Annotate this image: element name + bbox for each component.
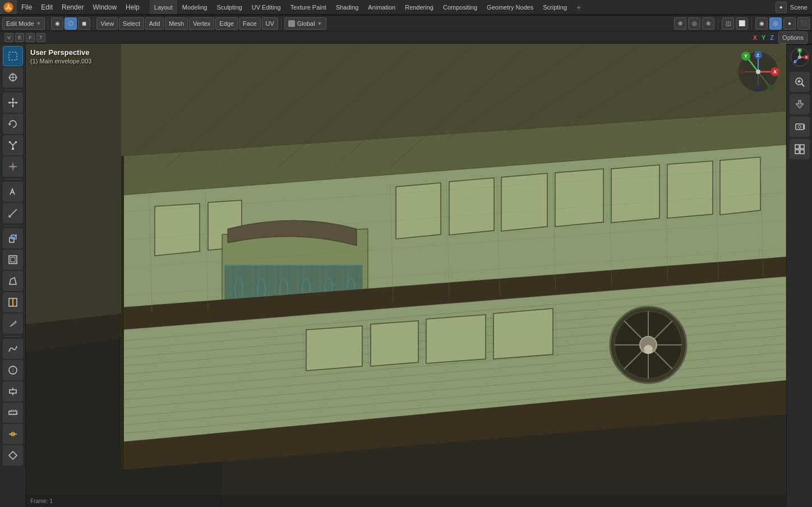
tool-sep-3 — [4, 225, 21, 226]
ws-texture-paint[interactable]: Texture Paint — [286, 0, 331, 14]
view-btn[interactable]: View — [96, 17, 118, 30]
options-btn[interactable]: Options — [778, 31, 808, 44]
ws-scripting[interactable]: Scripting — [538, 0, 571, 14]
proportional-btn[interactable]: ◎ — [688, 17, 700, 30]
svg-point-174 — [738, 68, 745, 75]
inset-tool[interactable] — [3, 250, 23, 270]
tris-count-icon: T — [36, 33, 45, 42]
transform-pivot-btn[interactable]: ⊗ — [702, 17, 714, 30]
svg-marker-101 — [667, 161, 713, 218]
ws-layout[interactable]: Layout — [150, 0, 177, 14]
object-label: (1) Main envelope.003 — [30, 58, 91, 64]
menu-file[interactable]: File — [17, 0, 36, 14]
global-label: Global — [297, 20, 315, 27]
nav-compass[interactable]: X Y Z — [790, 47, 810, 67]
ws-shading[interactable]: Shading — [331, 0, 363, 14]
ws-geometry-nodes[interactable]: Geometry Nodes — [482, 0, 538, 14]
extrude-tool[interactable] — [3, 228, 23, 248]
menu-edit[interactable]: Edit — [36, 0, 57, 14]
ws-compositing[interactable]: Compositing — [439, 0, 482, 14]
svg-marker-97 — [449, 178, 494, 235]
ws-modeling[interactable]: Modeling — [178, 0, 212, 14]
svg-marker-13 — [8, 123, 11, 126]
viewport-shading-icon[interactable]: ● — [776, 2, 787, 13]
transform-space[interactable]: Global ▼ — [284, 17, 326, 30]
cursor-tool[interactable] — [3, 67, 23, 87]
measure-tool[interactable] — [3, 203, 23, 223]
edge-count-icon: E — [15, 33, 24, 42]
tool-sep-1 — [4, 90, 21, 90]
svg-marker-44 — [9, 451, 17, 459]
ws-sculpting[interactable]: Sculpting — [212, 0, 246, 14]
camera-view-btn[interactable] — [790, 117, 810, 137]
shear-tool[interactable] — [3, 403, 23, 423]
rendered-shading-btn[interactable]: ● — [783, 17, 796, 30]
wireframe-shading-btn[interactable]: ◎ — [769, 17, 782, 30]
nav-gizmo-overlay[interactable]: X Y Z — [736, 49, 781, 94]
sep-right2 — [751, 18, 752, 29]
rotate-tool[interactable] — [3, 114, 23, 134]
ws-add-tab[interactable]: + — [572, 0, 585, 14]
svg-rect-64 — [800, 145, 804, 149]
mode-label: Edit Mode — [6, 20, 34, 27]
svg-text:Y: Y — [799, 49, 801, 52]
face-btn[interactable]: Face — [239, 17, 260, 30]
edge-mode-btn[interactable]: ⬡ — [64, 17, 77, 30]
snap-btn[interactable]: ⊕ — [674, 17, 686, 30]
svg-marker-11 — [8, 102, 10, 104]
knife-tool[interactable] — [3, 314, 23, 334]
blender-logo[interactable] — [0, 0, 17, 14]
poly-build-tool[interactable] — [3, 445, 23, 465]
annotate-tool[interactable] — [3, 182, 23, 202]
svg-text:Y: Y — [744, 53, 748, 59]
ws-uv-editing[interactable]: UV Editing — [247, 0, 285, 14]
ws-rendering[interactable]: Rendering — [400, 0, 438, 14]
bevel-tool[interactable] — [3, 271, 23, 291]
y-indicator: Y — [762, 34, 765, 41]
pan-btn[interactable] — [790, 94, 810, 114]
scale-tool[interactable] — [3, 135, 23, 155]
push-pull-tool[interactable] — [3, 381, 23, 402]
viewport-canvas: User Perspective (1) Main envelope.003 X… — [26, 44, 786, 507]
vertex-btn[interactable]: Vertex — [189, 17, 214, 30]
smooth-tool[interactable] — [3, 339, 23, 359]
edge-btn[interactable]: Edge — [215, 17, 238, 30]
viewport-bottom-bar: Frame: 1 — [26, 495, 786, 507]
mesh-btn[interactable]: Mesh — [165, 17, 188, 30]
material-shading-btn[interactable]: ⬛ — [797, 17, 810, 30]
svg-marker-96 — [396, 183, 441, 239]
quad-view-btn[interactable] — [790, 139, 810, 159]
svg-marker-119 — [371, 321, 418, 366]
svg-marker-12 — [16, 102, 18, 104]
overlay-btn[interactable]: ◫ — [722, 17, 734, 30]
transform-tool[interactable] — [3, 156, 23, 177]
uv-btn[interactable]: UV — [262, 17, 278, 30]
select-btn[interactable]: Select — [119, 17, 144, 30]
edge-slide-tool[interactable] — [3, 424, 23, 444]
move-tool[interactable] — [3, 93, 23, 113]
shrink-tool[interactable] — [3, 360, 23, 380]
viewport-3d[interactable]: User Perspective (1) Main envelope.003 X… — [26, 44, 786, 507]
tool-sep-4 — [4, 336, 21, 337]
vert-count-icon: V — [4, 33, 13, 42]
mode-selector[interactable]: Edit Mode ▼ — [2, 17, 45, 30]
zoom-in-btn[interactable] — [790, 72, 810, 92]
add-btn[interactable]: Add — [145, 17, 164, 30]
svg-marker-102 — [720, 157, 760, 215]
face-mode-btn[interactable]: ◼ — [78, 17, 90, 30]
ws-animation[interactable]: Animation — [363, 0, 400, 14]
loop-cut-tool[interactable] — [3, 292, 23, 312]
solid-shading-btn[interactable]: ◉ — [755, 17, 768, 30]
svg-marker-9 — [12, 98, 14, 100]
xray-btn[interactable]: ⬜ — [736, 17, 748, 30]
svg-marker-120 — [426, 315, 486, 363]
svg-point-35 — [9, 366, 17, 374]
header-toolbar: Edit Mode ▼ ◉ ⬡ ◼ View Select Add Mesh V… — [0, 16, 812, 31]
menu-window[interactable]: Window — [88, 0, 121, 14]
menu-render[interactable]: Render — [57, 0, 88, 14]
vertex-mode-btn[interactable]: ◉ — [51, 17, 63, 30]
select-box-tool[interactable] — [3, 46, 23, 66]
svg-marker-100 — [611, 165, 659, 223]
svg-rect-65 — [795, 150, 799, 154]
menu-help[interactable]: Help — [121, 0, 144, 14]
